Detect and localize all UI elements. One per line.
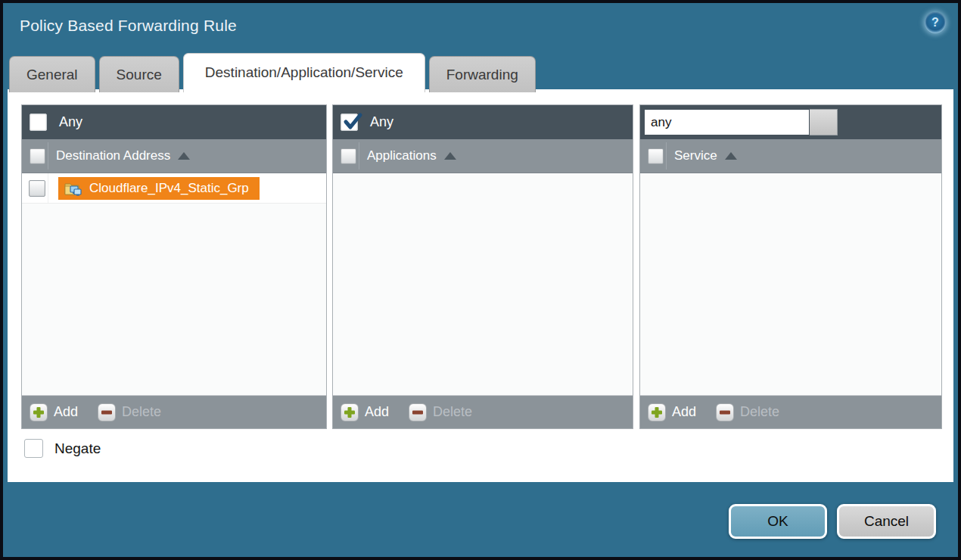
destination-row-label: Cloudflare_IPv4_Static_Grp: [89, 181, 249, 196]
applications-select-all-checkbox[interactable]: [341, 148, 356, 164]
service-delete-button[interactable]: Delete: [716, 403, 779, 422]
service-select-all-checkbox[interactable]: [648, 148, 664, 164]
add-icon: [648, 403, 666, 422]
service-column: Service Add Delete: [639, 104, 942, 429]
divider: [48, 173, 48, 203]
destination-list: Cloudflare_IPv4_Static_Grp: [22, 173, 326, 395]
delete-label: Delete: [433, 404, 472, 420]
chevron-down-icon[interactable]: [810, 109, 838, 135]
sort-ascending-icon[interactable]: [725, 152, 737, 160]
destination-row[interactable]: Cloudflare_IPv4_Static_Grp: [22, 173, 326, 204]
applications-column: Any Applications Add Delete: [332, 104, 633, 429]
delete-icon: [409, 403, 427, 422]
service-toolbar: Add Delete: [640, 395, 941, 428]
destination-address-column: Any Destination Address: [21, 104, 327, 429]
service-column-header: Service: [640, 139, 941, 173]
tab-source[interactable]: Source: [99, 56, 179, 92]
tab-content-panel: Any Destination Address: [8, 89, 953, 482]
applications-list: [333, 173, 633, 395]
destination-any-header: Any: [22, 105, 326, 139]
destination-column-header: Destination Address: [22, 139, 326, 173]
policy-based-forwarding-dialog: Policy Based Forwarding Rule ? General S…: [3, 3, 958, 557]
applications-toolbar: Add Delete: [333, 395, 633, 428]
applications-header-label[interactable]: Applications: [367, 148, 437, 163]
service-add-button[interactable]: Add: [648, 403, 696, 422]
add-label: Add: [365, 404, 389, 420]
service-mode-value[interactable]: [644, 109, 810, 135]
sort-ascending-icon[interactable]: [444, 152, 456, 160]
help-icon[interactable]: ?: [925, 12, 946, 33]
divider: [666, 142, 667, 170]
add-icon: [341, 403, 359, 422]
cancel-button[interactable]: Cancel: [837, 504, 936, 539]
add-label: Add: [672, 404, 696, 420]
tab-bar: General Source Destination/Application/S…: [9, 53, 536, 92]
destination-delete-button[interactable]: Delete: [98, 403, 161, 422]
applications-delete-button[interactable]: Delete: [409, 403, 472, 422]
negate-option: Negate: [24, 439, 101, 458]
applications-column-header: Applications: [333, 139, 633, 173]
dialog-title: Policy Based Forwarding Rule: [20, 17, 237, 35]
add-icon: [30, 403, 48, 422]
destination-add-button[interactable]: Add: [30, 403, 78, 422]
address-group-icon: [64, 181, 82, 196]
service-mode-dropdown: [644, 109, 838, 135]
destination-select-all-checkbox[interactable]: [30, 148, 45, 164]
destination-row-chip[interactable]: Cloudflare_IPv4_Static_Grp: [58, 177, 260, 200]
negate-label: Negate: [54, 440, 101, 457]
delete-label: Delete: [740, 404, 779, 420]
destination-toolbar: Add Delete: [22, 395, 326, 428]
service-mode-header: [640, 105, 941, 139]
tab-forwarding[interactable]: Forwarding: [429, 56, 536, 92]
delete-label: Delete: [122, 404, 161, 420]
applications-any-label: Any: [370, 114, 393, 130]
applications-any-checkbox[interactable]: [341, 114, 358, 131]
service-header-label[interactable]: Service: [674, 148, 717, 163]
destination-any-checkbox[interactable]: [30, 114, 47, 131]
destination-row-checkbox[interactable]: [29, 180, 45, 197]
divider: [359, 142, 359, 170]
negate-checkbox[interactable]: [24, 439, 43, 458]
delete-icon: [98, 403, 116, 422]
divider: [48, 142, 48, 170]
destination-any-label: Any: [59, 114, 82, 130]
destination-header-label[interactable]: Destination Address: [56, 148, 170, 163]
applications-any-header: Any: [333, 105, 633, 139]
sort-ascending-icon[interactable]: [178, 152, 190, 160]
applications-add-button[interactable]: Add: [341, 403, 389, 422]
add-label: Add: [54, 404, 78, 420]
check-icon: [342, 111, 363, 132]
delete-icon: [716, 403, 734, 422]
ok-button[interactable]: OK: [729, 504, 827, 539]
tab-destination-application-service[interactable]: Destination/Application/Service: [183, 53, 425, 92]
tab-general[interactable]: General: [9, 56, 95, 92]
service-list: [640, 173, 941, 395]
